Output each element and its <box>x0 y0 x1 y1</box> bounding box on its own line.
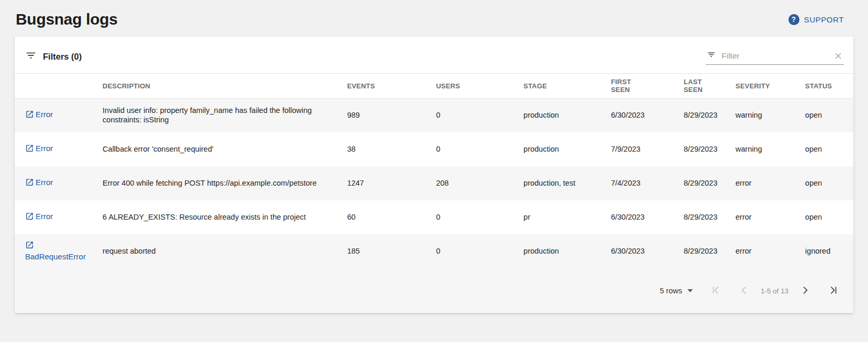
last-page-icon <box>828 285 839 297</box>
column-header-description: DESCRIPTION <box>103 74 347 98</box>
error-link-label: BadRequestError <box>25 252 86 261</box>
filters-label: Filters (0) <box>43 52 82 62</box>
last-seen-cell: 8/29/2023 <box>684 234 736 268</box>
users-cell: 0 <box>436 98 523 132</box>
support-button[interactable]: ? SUPPORT <box>788 14 844 25</box>
users-cell: 0 <box>436 132 523 166</box>
last-seen-cell: 8/29/2023 <box>684 132 736 166</box>
error-link-label: Error <box>36 144 53 153</box>
table-toolbar: Filters (0) <box>15 37 853 74</box>
page-title: Bugsnag logs <box>16 10 118 28</box>
error-link[interactable]: Error <box>25 110 53 119</box>
caret-down-icon <box>687 289 693 292</box>
events-cell: 989 <box>347 98 436 132</box>
topbar: Bugsnag logs ? SUPPORT <box>0 0 868 37</box>
next-page-button[interactable] <box>800 285 810 297</box>
open-in-new-icon <box>25 110 34 121</box>
events-cell: 60 <box>347 200 436 234</box>
open-in-new-icon <box>25 144 34 155</box>
pagination-bar: 5 rows 1-5 of 13 <box>15 268 853 313</box>
events-cell: 185 <box>347 234 436 268</box>
table-row: Error Error 400 while fetching POST http… <box>15 166 853 200</box>
filter-input[interactable] <box>720 51 829 61</box>
last-seen-cell: 8/29/2023 <box>684 98 736 132</box>
users-cell: 0 <box>436 234 523 268</box>
error-link[interactable]: Error <box>25 212 53 221</box>
severity-cell: warning <box>736 132 805 166</box>
column-header-users: USERS <box>436 74 523 98</box>
events-cell: 1247 <box>347 166 436 200</box>
column-header-stage: STAGE <box>524 74 611 98</box>
column-header-link <box>15 74 103 98</box>
description-cell: Callback error 'consent_required' <box>103 132 347 166</box>
error-link-label: Error <box>36 212 53 221</box>
last-seen-cell: 8/29/2023 <box>684 166 736 200</box>
rows-per-page-label: 5 rows <box>660 287 682 295</box>
stage-cell: production, test <box>524 166 611 200</box>
column-header-status: STATUS <box>805 74 853 98</box>
error-link-cell: Error <box>15 132 103 166</box>
table-header-row: DESCRIPTIONEVENTSUSERSSTAGEFIRST SEENLAS… <box>15 74 853 98</box>
table-row: BadRequestError request aborted 185 0 pr… <box>15 234 853 268</box>
first-page-button[interactable] <box>711 285 721 297</box>
first-page-icon <box>711 285 721 297</box>
filters-button[interactable]: Filters (0) <box>25 50 82 63</box>
column-header-events: EVENTS <box>347 74 436 98</box>
stage-cell: pr <box>524 200 611 234</box>
previous-page-button[interactable] <box>739 285 749 297</box>
filter-list-icon <box>707 50 716 61</box>
status-cell: open <box>805 98 853 132</box>
chevron-right-icon <box>800 285 810 297</box>
open-in-new-icon <box>25 212 34 223</box>
column-header-severity: SEVERITY <box>736 74 805 98</box>
first-seen-cell: 7/4/2023 <box>611 166 684 200</box>
first-seen-cell: 6/30/2023 <box>611 98 684 132</box>
description-cell: Invalid user info: property family_name … <box>103 98 347 132</box>
table-row: Error Invalid user info: property family… <box>15 98 853 132</box>
table-row: Error 6 ALREADY_EXISTS: Resource already… <box>15 200 853 234</box>
close-icon[interactable] <box>833 51 843 61</box>
severity-cell: error <box>736 200 805 234</box>
logs-card: Filters (0) DESCRIPTIONEVENTSUSERSSTAGEF… <box>15 37 853 313</box>
error-link-label: Error <box>36 110 53 119</box>
column-header-first-seen: FIRST SEEN <box>611 74 684 98</box>
stage-cell: production <box>524 98 611 132</box>
status-cell: open <box>805 132 853 166</box>
users-cell: 0 <box>436 200 523 234</box>
description-cell: 6 ALREADY_EXISTS: Resource already exist… <box>103 200 347 234</box>
first-seen-cell: 6/30/2023 <box>611 200 684 234</box>
open-in-new-icon <box>25 241 34 252</box>
chevron-left-icon <box>739 285 749 297</box>
status-cell: open <box>805 200 853 234</box>
stage-cell: production <box>524 234 611 268</box>
error-link[interactable]: BadRequestError <box>25 241 86 261</box>
filter-field <box>706 48 844 65</box>
error-link[interactable]: Error <box>25 178 53 187</box>
error-link-label: Error <box>36 178 53 187</box>
users-cell: 208 <box>436 166 523 200</box>
severity-cell: error <box>736 166 805 200</box>
last-seen-cell: 8/29/2023 <box>684 200 736 234</box>
first-seen-cell: 7/9/2023 <box>611 132 684 166</box>
events-cell: 38 <box>347 132 436 166</box>
last-page-button[interactable] <box>828 285 839 297</box>
open-in-new-icon <box>25 178 34 189</box>
first-seen-cell: 6/30/2023 <box>611 234 684 268</box>
filter-list-icon <box>25 50 37 63</box>
rows-per-page-select[interactable]: 5 rows <box>660 287 693 295</box>
description-cell: Error 400 while fetching POST https://ap… <box>103 166 347 200</box>
table-row: Error Callback error 'consent_required' … <box>15 132 853 166</box>
severity-cell: warning <box>736 98 805 132</box>
stage-cell: production <box>524 132 611 166</box>
status-cell: ignored <box>805 234 853 268</box>
error-link[interactable]: Error <box>25 144 53 153</box>
pagination-range: 1-5 of 13 <box>761 287 788 295</box>
support-label: SUPPORT <box>804 15 844 24</box>
column-header-last-seen: LAST SEEN <box>684 74 736 98</box>
description-cell: request aborted <box>103 234 347 268</box>
status-cell: open <box>805 166 853 200</box>
error-link-cell: Error <box>15 166 103 200</box>
error-link-cell: Error <box>15 98 103 132</box>
error-link-cell: Error <box>15 200 103 234</box>
help-icon: ? <box>788 14 799 25</box>
